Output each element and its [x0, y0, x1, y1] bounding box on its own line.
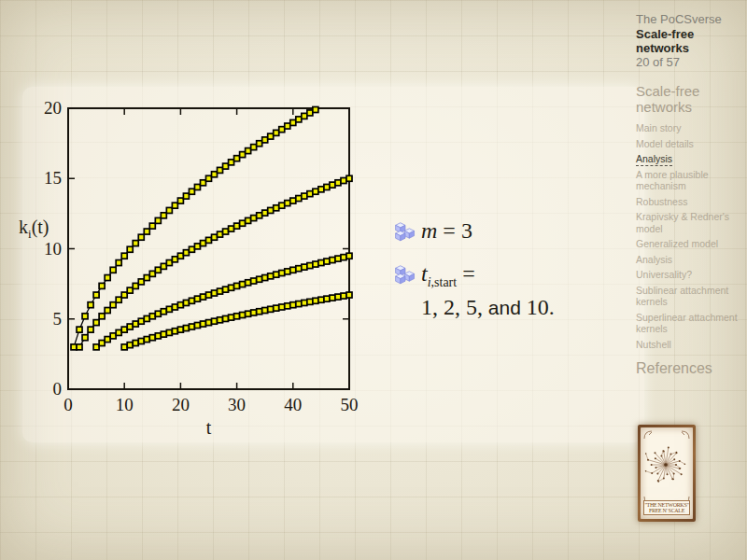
sidebar-item-a-more-plausible-mechanism[interactable]: A more plausible mechanism: [636, 169, 742, 192]
deck-title: Scale-free networks: [636, 27, 742, 55]
cubes-icon: [393, 221, 421, 249]
sidebar-item-robustness[interactable]: Robustness: [636, 196, 742, 208]
svg-text:ki(t): ki(t): [19, 217, 49, 241]
sidebar-item-references[interactable]: References: [636, 360, 742, 377]
course-title: The PoCSverse: [636, 12, 742, 27]
sidebar-item-analysis[interactable]: Analysis: [636, 254, 742, 266]
svg-text:10: 10: [116, 395, 134, 414]
svg-text:20: 20: [172, 395, 190, 414]
section-heading: Scale-free networks: [636, 83, 742, 115]
cubes-icon: [393, 264, 421, 292]
sidebar-item-sublinear-attachment-kernels[interactable]: Sublinear attachment kernels: [636, 285, 742, 308]
degree-growth-chart: 0102030405005101520ki(t)t: [0, 0, 402, 448]
svg-text:5: 5: [53, 309, 63, 329]
sidebar-nav: Main storyModel detailsAnalysisA more pl…: [636, 122, 742, 350]
page-counter: 20 of 57: [636, 55, 742, 70]
sidebar-item-superlinear-attachment-kernels[interactable]: Superlinear attachment kernels: [636, 312, 742, 335]
sidebar-item-nutshell[interactable]: Nutshell: [636, 339, 742, 351]
sidebar-item-generalized-model[interactable]: Generalized model: [636, 238, 742, 250]
card-caption: "THE NETWORKS" FREE N' SCALE: [643, 500, 690, 515]
bullet-list: m = 3: [393, 218, 613, 332]
slide: 0102030405005101520ki(t)t: [0, 0, 747, 560]
svg-text:t: t: [206, 417, 212, 438]
bullet-text: m = 3: [421, 218, 472, 243]
svg-text:10: 10: [44, 239, 62, 259]
sidebar-item-krapivsky-redner-s-model[interactable]: Krapivsky & Redner's model: [636, 211, 742, 234]
svg-text:0: 0: [53, 379, 63, 399]
svg-text:15: 15: [44, 168, 62, 188]
card-artwork: "THE NETWORKS" FREE N' SCALE: [641, 427, 693, 519]
sidebar-item-model-details[interactable]: Model details: [636, 138, 742, 150]
svg-text:40: 40: [284, 395, 302, 414]
bullet-t-start-values: ti,start = 1, 2, 5, and 10.: [393, 261, 613, 320]
bullet-m-equals-3: m = 3: [393, 218, 613, 249]
sidebar-item-analysis[interactable]: Analysis: [636, 153, 742, 165]
bullet-text: ti,start = 1, 2, 5, and 10.: [421, 261, 555, 320]
svg-text:20: 20: [44, 98, 62, 118]
svg-text:30: 30: [228, 395, 246, 414]
svg-text:50: 50: [341, 395, 359, 414]
sidebar: The PoCSverse Scale-free networks 20 of …: [636, 12, 742, 377]
sidebar-item-main-story[interactable]: Main story: [636, 122, 742, 134]
sidebar-item-universality[interactable]: Universality?: [636, 269, 742, 281]
svg-text:0: 0: [63, 395, 73, 414]
free-n-scale-card: "THE NETWORKS" FREE N' SCALE: [638, 425, 696, 522]
